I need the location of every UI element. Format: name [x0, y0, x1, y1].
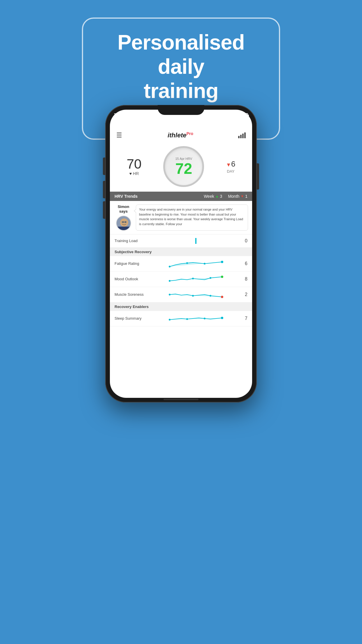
- status-icons: ∿: [224, 112, 248, 119]
- sleep-summary-row: Sleep Summary 7: [110, 311, 252, 326]
- training-load-bar-container: [152, 237, 239, 244]
- muscle-soreness-row: Muscle Soreness 2: [110, 287, 252, 302]
- svg-point-25: [186, 318, 188, 320]
- svg-point-19: [169, 294, 171, 295]
- svg-point-15: [192, 278, 194, 279]
- svg-rect-3: [117, 227, 131, 231]
- svg-point-9: [169, 266, 171, 267]
- home-indicator[interactable]: [164, 399, 198, 400]
- recovery-enablers-header: Recovery Enablers: [110, 302, 252, 311]
- svg-point-14: [169, 280, 171, 282]
- svg-point-26: [204, 318, 205, 319]
- training-load-bar: [195, 238, 196, 244]
- app-logo: ithletePro: [168, 131, 193, 139]
- svg-point-10: [186, 262, 188, 264]
- svg-point-13: [221, 276, 223, 278]
- svg-point-8: [221, 261, 223, 263]
- training-load-row: Training Load 0: [110, 235, 252, 248]
- subjective-recovery-header: Subjective Recovery: [110, 248, 252, 256]
- trends-week[interactable]: Week ▲ 3: [204, 194, 222, 199]
- svg-point-18: [221, 296, 223, 298]
- svg-point-21: [210, 295, 211, 297]
- svg-point-0: [120, 218, 128, 227]
- wifi-icon: ∿: [233, 112, 237, 119]
- svg-point-11: [204, 263, 205, 265]
- day-arrow-icon: ▼: [226, 162, 231, 168]
- week-trend-up-icon: ▲: [215, 194, 219, 198]
- fatigue-sparkline: [152, 258, 239, 269]
- phone-mockup: 7:40 ∿ ☰ ith: [105, 105, 257, 402]
- phone-notch: [158, 105, 204, 115]
- mood-outlook-row: Mood Outlook 8: [110, 272, 252, 287]
- fatigue-rating-row: Fatigue Rating 6: [110, 256, 252, 272]
- trends-month[interactable]: Month ▼ 1: [228, 194, 247, 199]
- day-change-display: ▼6 DAY: [226, 160, 235, 174]
- hrv-section: 70 ♥ HR 15 Apr HRV 72 ▼6 D: [110, 143, 252, 192]
- mood-sparkline: [152, 274, 239, 284]
- simon-says-bubble: Your energy and recovery are in your nor…: [136, 204, 248, 230]
- svg-point-20: [192, 295, 194, 297]
- signal-icon: [224, 113, 230, 118]
- simon-avatar-area: Simon says: [114, 204, 133, 230]
- svg-point-23: [221, 317, 223, 319]
- status-time: 7:40: [114, 112, 126, 119]
- simon-avatar: [116, 216, 131, 231]
- heart-icon: ♥: [129, 171, 132, 176]
- hr-value-display: 70 ♥ HR: [126, 157, 141, 176]
- hamburger-menu-icon[interactable]: ☰: [116, 132, 123, 139]
- simon-says-section: Simon says: [110, 201, 252, 234]
- svg-point-24: [169, 319, 171, 321]
- muscle-soreness-sparkline: [152, 289, 239, 300]
- phone-frame: 7:40 ∿ ☰ ith: [105, 105, 257, 402]
- screen-content: ☰ ithletePro 70: [110, 127, 252, 398]
- hrv-trends-bar: HRV Trends Week ▲ 3 Month ▼ 1: [110, 192, 252, 201]
- app-header: ☰ ithletePro: [110, 127, 252, 143]
- svg-point-16: [210, 277, 211, 279]
- month-trend-down-icon: ▼: [240, 194, 244, 198]
- phone-screen: ☰ ithletePro 70: [110, 110, 252, 398]
- chart-icon[interactable]: [238, 132, 246, 138]
- sleep-sparkline: [152, 313, 239, 324]
- hrv-circle: 15 Apr HRV 72: [163, 146, 204, 187]
- battery-icon: [239, 113, 248, 118]
